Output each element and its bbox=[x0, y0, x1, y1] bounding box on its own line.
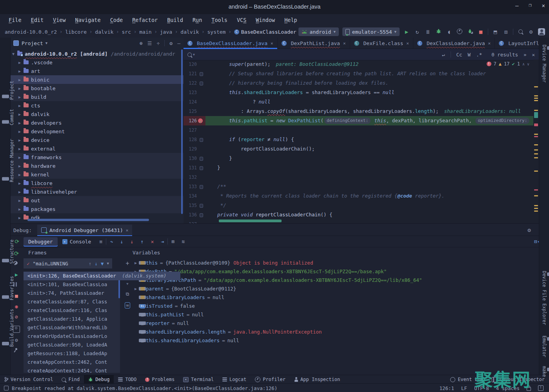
sidebar-toolwindow-resource-manager[interactable]: Resource Manager bbox=[2, 139, 15, 182]
search-icon[interactable] bbox=[187, 53, 192, 57]
fold-marker-icon[interactable] bbox=[200, 157, 203, 161]
stripe-mark[interactable] bbox=[534, 208, 538, 209]
menu-view[interactable]: View bbox=[48, 17, 71, 23]
variable-row[interactable]: ▶dexPath="/data/app/com.example.dexlassl… bbox=[133, 267, 549, 276]
fold-marker-icon[interactable] bbox=[200, 185, 203, 189]
chevron-collapsed-icon[interactable]: ▶ bbox=[16, 190, 23, 194]
chevron-collapsed-icon[interactable]: ▶ bbox=[16, 86, 23, 91]
toolwindow-button-debug[interactable]: Debug bbox=[84, 375, 114, 384]
toolwindow-button-terminal[interactable]: ▸Terminal bbox=[179, 375, 218, 384]
variable-row[interactable]: 01isTrusted=false bbox=[133, 301, 549, 310]
sidebar-toolwindow-project[interactable]: Project bbox=[2, 81, 15, 100]
sidebar-toolwindow-device-file-explorer[interactable]: Device File Explorer bbox=[542, 271, 549, 325]
run-configuration-select[interactable]: ✕ android ▼ bbox=[298, 27, 339, 36]
match-case-button[interactable]: Cc bbox=[456, 52, 462, 58]
tree-item-developers[interactable]: ▶developers bbox=[10, 118, 184, 127]
frame-up-icon[interactable]: ↑ bbox=[89, 261, 92, 267]
menu-run[interactable]: Run bbox=[188, 17, 207, 23]
tree-item-development[interactable]: ▶development bbox=[10, 127, 184, 136]
menu-refactor[interactable]: Refactor bbox=[127, 17, 162, 23]
device-select[interactable]: emulator-5554 ▼ bbox=[342, 27, 400, 36]
fold-marker-icon[interactable] bbox=[200, 213, 203, 217]
menu-navigate[interactable]: Navigate bbox=[71, 17, 105, 23]
locate-file-icon[interactable]: ⊕ bbox=[140, 40, 143, 46]
code-line-132[interactable]: 132 bbox=[184, 172, 533, 182]
collapse-all-icon[interactable]: ÷ bbox=[157, 40, 160, 46]
running-devices-icon[interactable]: ⬒ bbox=[492, 29, 499, 35]
evaluate-expression-icon[interactable]: ⊞ bbox=[168, 239, 178, 245]
fold-marker-icon[interactable] bbox=[200, 82, 203, 85]
chevron-collapsed-icon[interactable]: ▶ bbox=[133, 287, 139, 291]
stack-frame-row[interactable]: createOrUpdateClassLoaderLo bbox=[24, 332, 120, 341]
drop-frame-icon[interactable]: ✕ bbox=[147, 239, 157, 245]
profile-button[interactable] bbox=[456, 29, 463, 35]
code-line-125[interactable]: 125 : Arrays.copyOf(sharedLibraryLoaders… bbox=[184, 107, 533, 116]
chevron-collapsed-icon[interactable]: ▶ bbox=[16, 95, 23, 99]
variable-row[interactable]: sharedLibraryLoaders=null bbox=[133, 293, 549, 301]
stripe-mark[interactable] bbox=[534, 195, 538, 196]
toolwindow-button-profiler[interactable]: Profiler bbox=[251, 375, 290, 384]
variable-row[interactable]: ∞reporter=null bbox=[133, 319, 549, 327]
profile-avatar[interactable] bbox=[538, 28, 545, 35]
code-line-123[interactable]: 123 this.sharedLibraryLoaders = sharedLi… bbox=[184, 88, 533, 97]
line-separator[interactable]: LF bbox=[461, 385, 467, 391]
stripe-mark[interactable] bbox=[534, 149, 538, 151]
tab-console[interactable]: ▸Console bbox=[58, 237, 96, 246]
menu-code[interactable]: Code bbox=[105, 17, 128, 23]
step-out-icon[interactable]: ↑ bbox=[137, 239, 147, 245]
hide-panel-icon[interactable]: — bbox=[177, 40, 180, 46]
stripe-mark[interactable] bbox=[534, 112, 538, 118]
tree-item-dalvik[interactable]: ▶dalvik bbox=[10, 110, 184, 118]
add-watch-icon[interactable]: + bbox=[125, 260, 129, 267]
chevron-collapsed-icon[interactable]: ▶ bbox=[16, 164, 23, 168]
close-icon[interactable]: ✕ bbox=[542, 2, 545, 9]
chevron-down-icon[interactable]: ▼ bbox=[193, 53, 195, 56]
stripe-mark[interactable] bbox=[534, 205, 538, 206]
stack-frame-row[interactable]: getClassLoaderWithSharedLib bbox=[24, 323, 120, 332]
breadcrumb-item[interactable]: src bbox=[122, 29, 131, 35]
code-line-126[interactable]: 126✓ this.pathList = new DexPathList(def… bbox=[184, 116, 533, 125]
stripe-mark[interactable] bbox=[534, 123, 538, 126]
stripe-mark[interactable] bbox=[534, 86, 538, 87]
maximize-icon[interactable]: ❐ bbox=[529, 2, 531, 9]
layout-menu-icon[interactable]: ≡ bbox=[96, 239, 106, 245]
editor-tab-dexfile-class[interactable]: CDexFile.class✕ bbox=[350, 38, 413, 49]
chevron-collapsed-icon[interactable]: ▶ bbox=[16, 78, 23, 82]
show-watches-icon[interactable]: ∞ bbox=[125, 302, 130, 309]
debug-session-tab[interactable]: Android Debugger (36431) ✕ bbox=[37, 225, 132, 236]
chevron-collapsed-icon[interactable]: ▶ bbox=[16, 181, 23, 185]
move-watch-down-icon[interactable]: ▼ bbox=[126, 282, 128, 286]
code-line-127[interactable]: 127 bbox=[184, 125, 533, 135]
notifications-icon[interactable]: ! bbox=[538, 385, 544, 391]
tree-item-build[interactable]: ▶build bbox=[10, 93, 184, 101]
tree-item-frameworks[interactable]: ▶frameworks bbox=[10, 153, 184, 162]
tree-item-out[interactable]: ▶out bbox=[10, 196, 184, 205]
chevron-collapsed-icon[interactable]: ▶ bbox=[16, 60, 23, 65]
breadcrumb-item[interactable]: java bbox=[160, 29, 172, 35]
tree-item-device[interactable]: ▶device bbox=[10, 136, 184, 144]
chevron-collapsed-icon[interactable]: ▶ bbox=[16, 216, 23, 220]
stripe-mark[interactable] bbox=[534, 110, 538, 111]
code-line-135[interactable]: 135 */ bbox=[184, 201, 533, 210]
stripe-mark[interactable] bbox=[534, 100, 538, 101]
editor-tab-dexpathlist-java[interactable]: CDexPathList.java✕ bbox=[278, 38, 350, 49]
breadcrumb-item[interactable]: main bbox=[139, 29, 151, 35]
chevron-collapsed-icon[interactable]: ▶ bbox=[16, 69, 23, 73]
code-line-129[interactable]: 129 reportClassLoaderChain(); bbox=[184, 144, 533, 154]
toolwindow-button-problems[interactable]: !Problems bbox=[141, 375, 179, 384]
chevron-collapsed-icon[interactable]: ▶ bbox=[16, 121, 23, 125]
code-line-120[interactable]: 120 super(parent);parent: BootClassLoade… bbox=[184, 60, 533, 69]
sidebar-toolwindow-device-manager[interactable]: Device Manager bbox=[542, 45, 549, 83]
fold-marker-icon[interactable] bbox=[200, 72, 203, 76]
tree-item-libcore[interactable]: ▶libcore bbox=[10, 179, 184, 187]
variable-row[interactable]: ▶this={PathClassLoader@9109}Object is be… bbox=[133, 258, 549, 267]
profiler-attach-icon[interactable]: ◖ bbox=[445, 29, 453, 35]
sidebar-toolwindow-emulator[interactable]: Emulator bbox=[542, 336, 549, 357]
tab-debugger[interactable]: Debugger bbox=[24, 237, 58, 246]
attach-debugger-icon[interactable] bbox=[467, 29, 474, 35]
chevron-collapsed-icon[interactable]: ▶ bbox=[16, 138, 23, 142]
chevron-collapsed-icon[interactable]: ▶ bbox=[16, 112, 23, 116]
close-tab-icon[interactable]: ✕ bbox=[271, 41, 273, 46]
settings-gear-icon[interactable]: ⚙ bbox=[527, 29, 534, 35]
variable-row[interactable]: ∞this.sharedLibraryLoaders=null bbox=[133, 336, 549, 345]
